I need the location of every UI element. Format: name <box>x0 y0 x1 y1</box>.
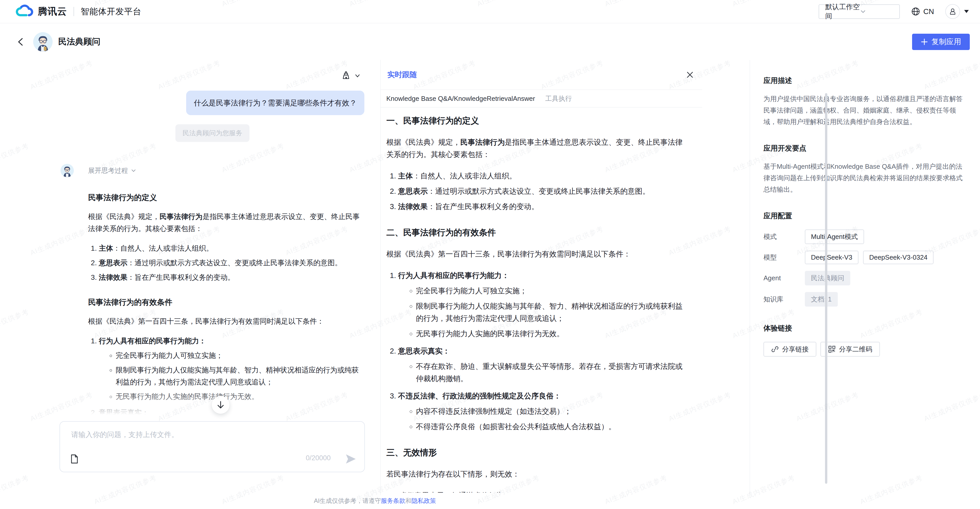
md-paragraph: 根据《民法典》规定，民事法律行为是指民事主体通过意思表示设立、变更、终止民事法律… <box>386 136 686 161</box>
bot-message-body: 民事法律行为的定义 根据《民法典》规定，民事法律行为是指民事主体通过意思表示设立… <box>88 191 364 421</box>
config-row-mode: 模式 Multi-Agent模式 <box>764 229 965 244</box>
language-switcher[interactable]: CN <box>911 7 934 16</box>
mode-chip: Multi-Agent模式 <box>805 229 864 244</box>
scroll-to-bottom-button[interactable] <box>212 396 229 414</box>
caret-down-icon <box>964 10 969 13</box>
terms-link[interactable]: 服务条款 <box>381 497 406 505</box>
share-qrcode-button[interactable]: 分享二维码 <box>821 342 880 356</box>
chevron-down-icon <box>860 8 894 15</box>
list-item: 意思表示：通过明示或默示方式表达设立、变更或终止民事法律关系的意图。 <box>99 257 364 269</box>
md-heading: 一、民事法律行为的定义 <box>386 115 686 127</box>
config-row-agent: Agent 民法典顾问 <box>764 271 965 285</box>
md-heading: 民事法律行为的定义 <box>88 191 364 204</box>
app-description: 为用户提供中国民法典专业咨询服务，以通俗易懂且严谨的语言解答民事法律问题，涵盖物… <box>764 93 965 128</box>
follow-panel-tabs: Knowledge Base Q&A/KnowledgeRetrievalAns… <box>381 90 702 107</box>
product-name: 智能体开发平台 <box>81 6 142 17</box>
md-sub-list: 内容不得违反法律强制性规定（如违法交易）； 不得违背公序良俗（如损害社会公共利益… <box>398 405 686 433</box>
page-title: 民法典顾问 <box>58 36 100 48</box>
clear-context-button[interactable] <box>60 71 364 81</box>
md-heading: 民事法律行为的有效条件 <box>88 296 364 308</box>
sidebar-section-title: 应用开发要点 <box>764 143 965 153</box>
agent-chip: 民法典顾问 <box>805 271 850 285</box>
list-item: 不存在欺诈、胁迫、重大误解或显失公平等情形。若存在，受损害方可请求法院或仲裁机构… <box>416 360 686 385</box>
sidebar-section-title: 应用配置 <box>764 211 965 221</box>
bot-message: 展开思考过程 民事法律行为的定义 根据《民法典》规定，民事法律行为是指民事主体通… <box>60 164 364 421</box>
config-row-knowledge-base: 知识库 文档: 1 <box>764 292 965 307</box>
list-item: 虚假意思表示（如通谋虚伪行为）； <box>399 489 686 493</box>
list-item: 行为人具有相应的民事行为能力： 完全民事行为能力人可独立实施； 限制民事行为能力… <box>99 335 364 402</box>
chat-column: 什么是民事法律行为？需要满足哪些条件才有效？ 民法典顾问为您服务 <box>0 60 380 509</box>
md-sub-list: 完全民事行为能力人可独立实施； 限制民事行为能力人仅能实施与其年龄、智力、精神状… <box>99 350 364 402</box>
workspace-select[interactable]: 默认工作空间 <box>819 4 900 19</box>
app-dev-points: 基于Multi-Agent模式和Knowledge Base Q&A插件，对用户… <box>764 161 965 195</box>
list-item: 意思表示：通过明示或默示方式表达设立、变更或终止民事法律关系的意图。 <box>398 185 686 197</box>
list-item: 法律效果：旨在产生民事权利义务的变动。 <box>398 200 686 213</box>
list-item: 不得违背公序良俗（如损害社会公共利益或他人合法权益）。 <box>416 420 686 433</box>
config-row-model: 模型 DeepSeek-V3 DeepSeek-V3-0324 <box>764 251 965 264</box>
broom-icon <box>341 71 351 81</box>
user-menu[interactable] <box>945 4 969 19</box>
model-chip: DeepSeek-V3 <box>805 251 859 264</box>
plus-icon <box>921 38 928 45</box>
config-label: Agent <box>764 274 805 282</box>
config-label: 模式 <box>764 232 805 241</box>
list-item: 内容不得违反法律强制性规定（如违法交易）； <box>416 405 686 417</box>
sidebar-section-title: 体验链接 <box>764 323 965 333</box>
chevron-down-icon <box>354 73 361 79</box>
list-item: 无民事行为能力人实施的民事法律行为无效。 <box>116 391 364 402</box>
copy-app-button[interactable]: 复制应用 <box>912 34 970 50</box>
md-paragraph: 若民事法律行为存在以下情形，则无效： <box>386 468 686 480</box>
list-item: 意思表示真实： 不存在欺诈、胁迫、重大误解或显失公平等情形。若存在，受损害方可请… <box>99 407 364 421</box>
list-item: 完全民事行为能力人可独立实施； <box>116 350 364 361</box>
list-item: 法律效果：旨在产生民事权利义务的变动。 <box>99 271 364 283</box>
privacy-link[interactable]: 隐私政策 <box>412 497 436 505</box>
brand-name: 腾讯云 <box>38 5 67 18</box>
top-navbar: 腾讯云 智能体开发平台 默认工作空间 CN <box>0 0 980 23</box>
brand: 腾讯云 智能体开发平台 <box>16 5 142 18</box>
close-icon[interactable] <box>684 69 695 80</box>
upload-file-button[interactable] <box>70 454 80 464</box>
user-avatar-icon <box>945 4 960 19</box>
list-item: 限制民事行为能力人仅能实施与其年龄、智力、精神状况相适应的行为或纯获利益的行为，… <box>116 364 364 388</box>
user-message-bubble: 什么是民事法律行为？需要满足哪些条件才有效？ <box>186 91 364 115</box>
md-ordered-list: 行为人具有相应的民事行为能力： 完全民事行为能力人可独立实施； 限制民事行为能力… <box>386 269 686 433</box>
workspace-select-value: 默认工作空间 <box>825 2 860 21</box>
thinking-process-toggle[interactable]: 展开思考过程 <box>88 166 137 175</box>
app-header: 民法典顾问 复制应用 <box>0 24 980 60</box>
follow-panel-title: 实时跟随 <box>387 70 417 80</box>
ai-disclaimer-footer: AI生成仅供参考，请遵守服务条款和隐私政策 <box>0 495 750 509</box>
model-chip: DeepSeek-V3-0324 <box>863 251 934 264</box>
list-item: 意思表示真实： 不存在欺诈、胁迫、重大误解或显失公平等情形。若存在，受损害方可请… <box>398 345 686 385</box>
md-bullet-list: 虚假意思表示（如通谋虚伪行为）； 恶意串通损害他人权益； 违反法律强制性规定或公… <box>386 489 686 493</box>
md-ordered-list: 主体：自然人、法人或非法人组织。 意思表示：通过明示或默示方式表达设立、变更或终… <box>386 170 686 213</box>
list-item: 无民事行为能力人实施的民事法律行为无效。 <box>416 328 686 340</box>
list-item: 行为人具有相应的民事行为能力： 完全民事行为能力人可独立实施； 限制民事行为能力… <box>398 269 686 340</box>
md-sub-list: 完全民事行为能力人可独立实施； 限制民事行为能力人仅能实施与其年龄、智力、精神状… <box>398 285 686 340</box>
tencent-cloud-logo-icon <box>16 5 33 18</box>
back-button[interactable] <box>14 36 27 48</box>
app-info-sidebar: 应用描述 为用户提供中国民法典专业咨询服务，以通俗易懂且严谨的语言解答民事法律问… <box>750 60 980 509</box>
follow-panel-content: 一、民事法律行为的定义 根据《民法典》规定，民事法律行为是指民事主体通过意思表示… <box>386 111 686 493</box>
config-label: 知识库 <box>764 295 805 304</box>
main-area: 什么是民事法律行为？需要满足哪些条件才有效？ 民法典顾问为您服务 <box>0 60 750 509</box>
md-paragraph: 根据《民法典》第一百四十三条，民事法律行为有效需同时满足以下条件： <box>386 248 686 260</box>
md-paragraph: 根据《民法典》规定，民事法律行为是指民事主体通过意思表示设立、变更、终止民事法律… <box>88 211 364 235</box>
send-button[interactable] <box>345 452 358 466</box>
chat-input[interactable] <box>71 430 353 448</box>
md-ordered-list: 主体：自然人、法人或非法人组织。 意思表示：通过明示或默示方式表达设立、变更或终… <box>88 242 364 283</box>
globe-icon <box>911 7 920 16</box>
agent-avatar <box>33 32 52 52</box>
md-sub-list: 不存在欺诈、胁迫、重大误解或显失公平等情形。若存在，受损害方可请求法院或仲裁机构… <box>398 360 686 385</box>
bot-avatar <box>60 164 74 177</box>
share-link-button[interactable]: 分享链接 <box>764 342 816 356</box>
sidebar-section-title: 应用描述 <box>764 76 965 86</box>
tab-knowledge-retrieval[interactable]: Knowledge Base Q&A/KnowledgeRetrievalAns… <box>386 95 535 103</box>
user-message-row: 什么是民事法律行为？需要满足哪些条件才有效？ <box>60 91 364 115</box>
tab-tool-execution[interactable]: 工具执行 <box>545 94 572 103</box>
list-item: 主体：自然人、法人或非法人组织。 <box>99 242 364 254</box>
follow-panel-scrollbar[interactable] <box>825 93 827 484</box>
brand-divider <box>73 7 74 16</box>
service-tag: 民法典顾问为您服务 <box>175 124 250 142</box>
follow-panel-header: 实时跟随 <box>381 60 702 90</box>
list-item: 限制民事行为能力人仅能实施与其年龄、智力、精神状况相适应的行为或纯获利益的行为，… <box>416 300 686 324</box>
